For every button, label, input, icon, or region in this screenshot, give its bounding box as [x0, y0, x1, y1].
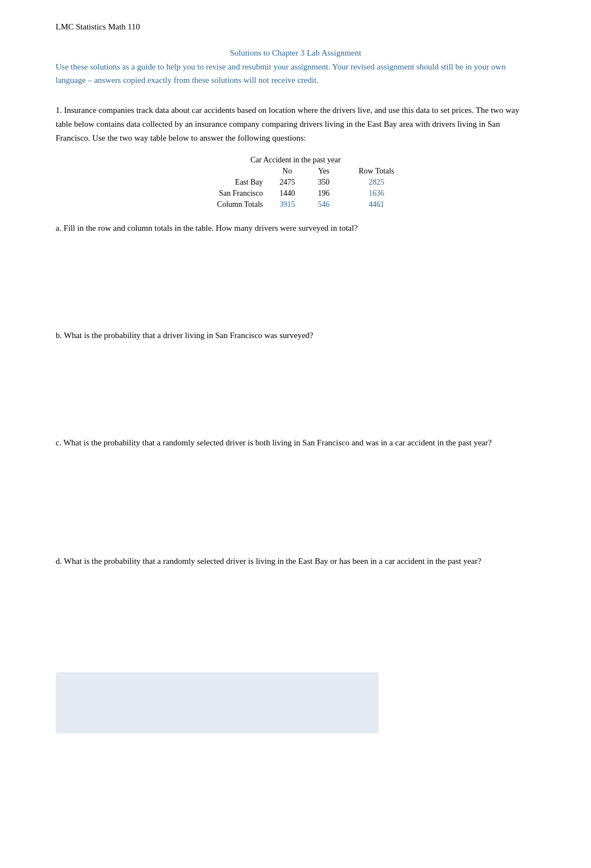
blurred-footer: [56, 672, 378, 733]
answer-space-d: [56, 572, 535, 661]
assignment-title: Solutions to Chapter 3 Lab Assignment: [56, 48, 535, 58]
sf-yes: 196: [307, 188, 341, 199]
coltotals-total: 4461: [341, 199, 412, 210]
two-way-table: No Yes Row Totals East Bay 2475 350 2825…: [179, 166, 412, 210]
answer-space-b: [56, 347, 535, 425]
row-label-coltotals: Column Totals: [179, 199, 267, 210]
sf-total: 1636: [341, 188, 412, 199]
sf-no: 1440: [267, 188, 307, 199]
question-1-text: 1. Insurance companies track data about …: [56, 103, 535, 145]
coltotals-no: 3915: [267, 199, 307, 210]
answer-space-c: [56, 454, 535, 543]
question-1-block: 1. Insurance companies track data about …: [56, 103, 535, 661]
table-row: Column Totals 3915 546 4461: [179, 199, 412, 210]
intro-text: Use these solutions as a guide to help y…: [56, 60, 535, 87]
question-part-d: d. What is the probability that a random…: [56, 554, 535, 568]
col-header-yes: Yes: [307, 166, 341, 177]
col-header-blank: [179, 166, 267, 177]
question-part-b: b. What is the probability that a driver…: [56, 329, 535, 343]
eastbay-no: 2475: [267, 177, 307, 188]
table-row: San Francisco 1440 196 1636: [179, 188, 412, 199]
question-part-c: c. What is the probability that a random…: [56, 436, 535, 450]
col-header-no: No: [267, 166, 307, 177]
row-label-sf: San Francisco: [179, 188, 267, 199]
col-header-rowtotals: Row Totals: [341, 166, 412, 177]
two-way-table-container: Car Accident in the past year No Yes Row…: [179, 156, 412, 210]
table-title: Car Accident in the past year: [179, 156, 412, 165]
coltotals-yes: 546: [307, 199, 341, 210]
eastbay-yes: 350: [307, 177, 341, 188]
eastbay-total: 2825: [341, 177, 412, 188]
row-label-eastbay: East Bay: [179, 177, 267, 188]
course-title: LMC Statistics Math 110: [56, 22, 140, 31]
table-header-row: No Yes Row Totals: [179, 166, 412, 177]
course-header: LMC Statistics Math 110: [56, 22, 535, 32]
answer-space-a: [56, 240, 535, 318]
table-row: East Bay 2475 350 2825: [179, 177, 412, 188]
question-part-a: a. Fill in the row and column totals in …: [56, 221, 535, 235]
